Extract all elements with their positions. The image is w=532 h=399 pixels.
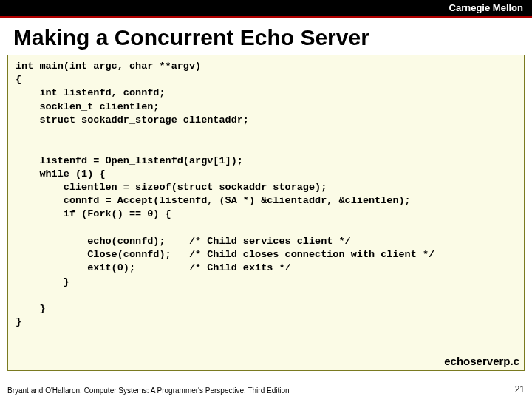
institution-label: Carnegie Mellon (449, 2, 523, 13)
code-content: int main(int argc, char **argv) { int li… (16, 61, 434, 327)
source-filename: echoserverp.c (444, 354, 519, 369)
header-band: Carnegie Mellon (0, 0, 532, 18)
slide-title: Making a Concurrent Echo Server (0, 18, 532, 55)
code-block: int main(int argc, char **argv) { int li… (7, 55, 525, 371)
page-number: 21 (515, 384, 525, 395)
footer-credit: Bryant and O'Hallaron, Computer Systems:… (7, 386, 290, 395)
footer: Bryant and O'Hallaron, Computer Systems:… (7, 384, 525, 395)
